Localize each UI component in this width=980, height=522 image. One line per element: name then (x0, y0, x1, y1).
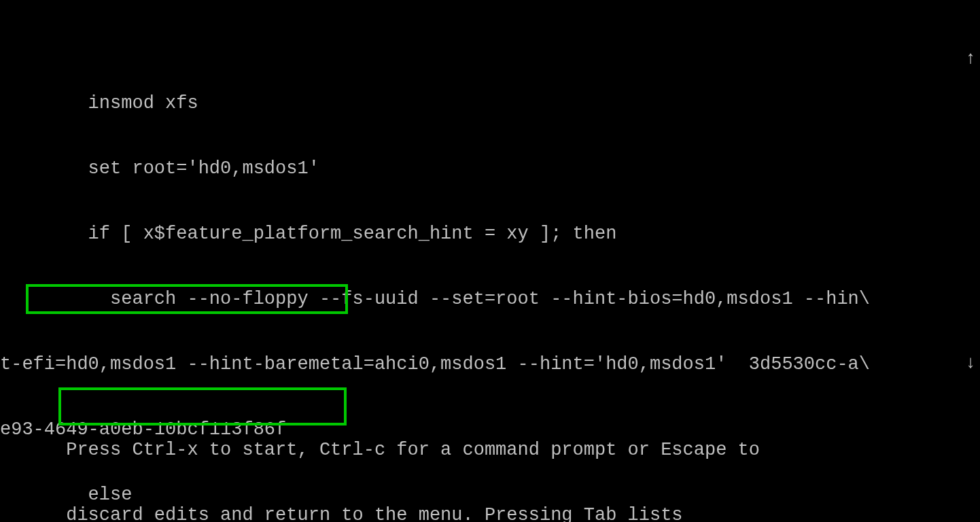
grub-editor-screen[interactable]: ↑ ↓ insmod xfs set root='hd0,msdos1' if … (0, 0, 980, 522)
editor-line[interactable]: search --no-floppy --fs-uuid --set=root … (0, 288, 980, 310)
editor-line[interactable]: t-efi=hd0,msdos1 --hint-baremetal=ahci0,… (0, 353, 980, 375)
footer-line: discard edits and return to the menu. Pr… (0, 504, 980, 522)
editor-line[interactable]: insmod xfs (0, 92, 980, 114)
editor-line[interactable]: if [ x$feature_platform_search_hint = xy… (0, 223, 980, 245)
editor-help-footer: Press Ctrl-x to start, Ctrl-c for a comm… (0, 396, 980, 522)
footer-line: Press Ctrl-x to start, Ctrl-c for a comm… (0, 439, 980, 461)
editor-line[interactable]: set root='hd0,msdos1' (0, 158, 980, 179)
